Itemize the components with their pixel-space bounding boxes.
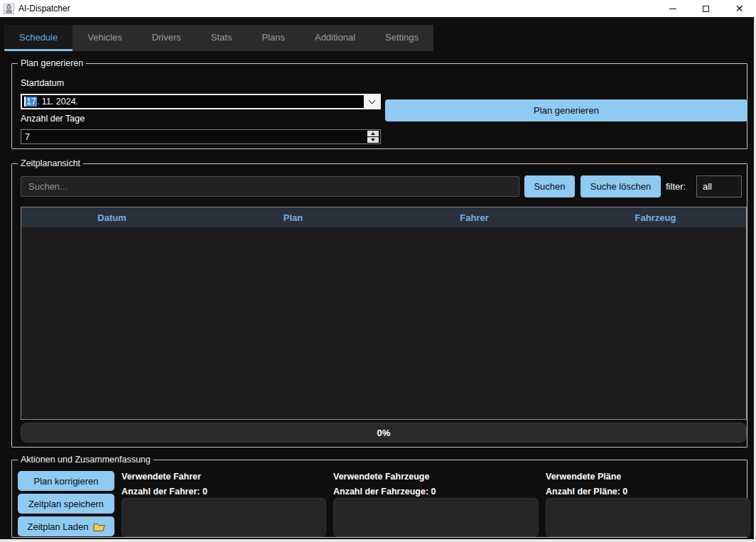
window-controls: ✕: [656, 0, 756, 17]
tab-bar: Schedule Vehicles Drivers Stats Plans Ad…: [4, 25, 433, 51]
minimize-icon: [669, 9, 676, 9]
anzahl-der-tage-input[interactable]: 7: [21, 129, 381, 144]
close-button[interactable]: ✕: [723, 0, 756, 17]
spinner-buttons: [367, 131, 379, 143]
column-header-fahrer[interactable]: Fahrer: [384, 207, 565, 227]
column-header-plan[interactable]: Plan: [202, 207, 384, 227]
zeitplanansicht-group: Zeitplanansicht Suchen Suche löschen fil…: [11, 163, 747, 448]
fahrer-list[interactable]: [122, 498, 326, 537]
tab-drivers[interactable]: Drivers: [137, 25, 196, 51]
section-title: Verwendete Fahrzeuge: [333, 472, 429, 482]
tab-vehicles[interactable]: Vehicles: [72, 25, 136, 51]
aktionen-group: Aktionen und Zusammenfassung Plan korrig…: [11, 460, 747, 538]
titlebar: AI-Dispatcher ✕: [0, 0, 756, 17]
maximize-icon: [703, 6, 709, 12]
filter-select[interactable]: all: [696, 175, 742, 197]
column-header-fahrzeug[interactable]: Fahrzeug: [565, 207, 746, 227]
section-title: Verwendete Pläne: [546, 472, 621, 482]
chevron-down-icon: [368, 97, 375, 104]
fahrzeuge-list[interactable]: [333, 498, 539, 537]
startdatum-dropdown-button[interactable]: [364, 95, 379, 108]
tab-stats[interactable]: Stats: [196, 25, 247, 51]
plaene-list[interactable]: [546, 498, 750, 537]
spin-down-button[interactable]: [367, 137, 379, 143]
app-window: AI-Dispatcher ✕ Schedule Vehicles Driver…: [0, 0, 756, 542]
group-title: Zeitplanansicht: [18, 158, 83, 169]
window-title: AI-Dispatcher: [18, 4, 70, 13]
app-icon: [4, 4, 14, 14]
section-count: Anzahl der Pläne: 0: [546, 487, 627, 497]
search-input[interactable]: [21, 176, 519, 197]
plan-generieren-button[interactable]: Plan generieren: [385, 99, 747, 121]
column-header-datum[interactable]: Datum: [21, 207, 202, 227]
startdatum-rest-text: . 11. 2024.: [37, 97, 78, 107]
section-count: Anzahl der Fahrzeuge: 0: [333, 487, 436, 497]
progress-bar: 0%: [21, 423, 747, 443]
chevron-down-icon: [371, 139, 375, 141]
tab-settings[interactable]: Settings: [370, 25, 433, 51]
minimize-button[interactable]: [656, 0, 689, 17]
tab-plans[interactable]: Plans: [247, 25, 300, 51]
table-header-row: Datum Plan Fahrer Fahrzeug: [21, 207, 746, 227]
filter-value: all: [703, 181, 712, 192]
filter-label: filter:: [666, 181, 686, 192]
startdatum-selected-text: 17: [26, 97, 37, 107]
spin-up-button[interactable]: [367, 131, 379, 136]
tab-schedule[interactable]: Schedule: [4, 25, 72, 51]
plan-korrigieren-button[interactable]: Plan korrigieren: [18, 471, 114, 491]
tab-additional[interactable]: Additional: [300, 25, 370, 51]
zeitplan-laden-label: Zeitplan Laden: [27, 521, 88, 532]
plan-generieren-group: Plan generieren Startdatum 17 . 11. 2024…: [11, 63, 747, 149]
anzahl-der-tage-value: 7: [21, 132, 30, 142]
window-border-bottom: [0, 539, 756, 542]
schedule-table-body[interactable]: [21, 227, 746, 419]
anzahl-der-tage-label: Anzahl der Tage: [21, 114, 85, 124]
schedule-table: Datum Plan Fahrer Fahrzeug: [21, 207, 747, 420]
startdatum-label: Startdatum: [21, 78, 64, 88]
section-title: Verwendete Fahrer: [122, 472, 201, 482]
chevron-up-icon: [371, 132, 375, 135]
maximize-button[interactable]: [689, 0, 723, 17]
group-title: Plan generieren: [18, 58, 86, 69]
folder-open-icon: [93, 522, 105, 531]
zeitplan-laden-button[interactable]: Zeitplan Laden: [18, 516, 114, 536]
search-button[interactable]: Suchen: [524, 175, 575, 197]
startdatum-input[interactable]: 17 . 11. 2024.: [21, 94, 381, 109]
section-count: Anzahl der Fahrer: 0: [122, 487, 207, 497]
clear-search-button[interactable]: Suche löschen: [580, 175, 661, 197]
close-icon: ✕: [735, 4, 744, 13]
group-title: Aktionen und Zusammenfassung: [18, 455, 153, 465]
zeitplan-speichern-button[interactable]: Zeitplan speichern: [18, 494, 114, 514]
progress-value: 0%: [377, 428, 391, 438]
